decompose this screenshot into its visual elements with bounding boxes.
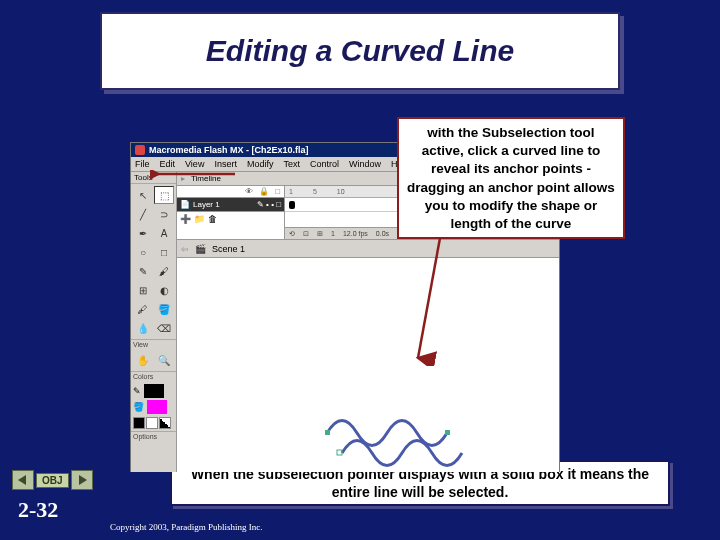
delete-layer-icon[interactable]: 🗑: [208, 214, 218, 224]
menu-text[interactable]: Text: [283, 159, 300, 169]
next-button[interactable]: [71, 470, 93, 490]
callout-arrow-curve: [410, 236, 450, 366]
curved-line-1[interactable]: [327, 421, 447, 446]
brush-tool[interactable]: 🖌: [154, 262, 174, 280]
colors-section-label: Colors: [131, 371, 176, 381]
menu-window[interactable]: Window: [349, 159, 381, 169]
fill-color[interactable]: [147, 400, 167, 414]
callout-top-text: with the Subselection tool active, click…: [407, 125, 615, 231]
scene-label: Scene 1: [212, 244, 245, 254]
layer-icon: 📄: [180, 200, 190, 209]
scene-bar: ⇦ 🎬 Scene 1: [177, 240, 559, 258]
callout-top: with the Subselection tool active, click…: [397, 117, 625, 239]
keyframe[interactable]: [289, 201, 295, 209]
slide-title-box: Editing a Curved Line: [100, 12, 620, 90]
curved-line-2[interactable]: [342, 441, 462, 466]
menu-view[interactable]: View: [185, 159, 204, 169]
menu-modify[interactable]: Modify: [247, 159, 274, 169]
stroke-color[interactable]: [144, 384, 164, 398]
anchor-point[interactable]: [445, 430, 450, 435]
eye-icon[interactable]: 👁: [245, 187, 253, 196]
view-section-label: View: [131, 339, 176, 349]
oval-tool[interactable]: ○: [133, 243, 153, 261]
prev-button[interactable]: [12, 470, 34, 490]
add-guide-icon[interactable]: 📁: [194, 214, 204, 224]
eyedropper-tool[interactable]: 💧: [133, 319, 153, 337]
stage-canvas[interactable]: [177, 258, 559, 472]
menu-edit[interactable]: Edit: [160, 159, 176, 169]
lock-icon[interactable]: 🔒: [259, 187, 269, 196]
slide-title: Editing a Curved Line: [206, 34, 514, 68]
back-arrow-icon[interactable]: ⇦: [181, 244, 189, 254]
paint-bucket-tool[interactable]: 🪣: [154, 300, 174, 318]
layer-name: Layer 1: [193, 200, 220, 209]
callout-arrow-tool: [150, 170, 240, 200]
svg-line-1: [418, 238, 440, 358]
default-colors[interactable]: [133, 417, 145, 429]
transform-tool[interactable]: ⊞: [133, 281, 153, 299]
ink-bottle-tool[interactable]: 🖋: [133, 300, 153, 318]
add-layer-icon[interactable]: ➕: [180, 214, 190, 224]
eraser-tool[interactable]: ⌫: [154, 319, 174, 337]
menu-file[interactable]: File: [135, 159, 150, 169]
nav-controls: OBJ: [12, 470, 93, 490]
rectangle-tool[interactable]: □: [154, 243, 174, 261]
swap-colors[interactable]: [159, 417, 171, 429]
zoom-tool[interactable]: 🔍: [154, 351, 174, 369]
fill-transform-tool[interactable]: ◐: [154, 281, 174, 299]
scene-icon: 🎬: [195, 244, 206, 254]
menu-insert[interactable]: Insert: [214, 159, 237, 169]
obj-button[interactable]: OBJ: [36, 473, 69, 488]
pen-tool[interactable]: ✒: [133, 224, 153, 242]
copyright-text: Copyright 2003, Paradigm Publishing Inc.: [110, 522, 263, 532]
slide-number: 2-32: [18, 497, 58, 523]
text-tool[interactable]: A: [154, 224, 174, 242]
pencil-tool[interactable]: ✎: [133, 262, 153, 280]
app-title-text: Macromedia Flash MX - [Ch2Ex10.fla]: [149, 145, 309, 155]
anchor-point[interactable]: [325, 430, 330, 435]
lasso-tool[interactable]: ⊃: [154, 205, 174, 223]
app-icon: [135, 145, 145, 155]
outline-icon[interactable]: □: [275, 187, 280, 196]
line-tool[interactable]: ╱: [133, 205, 153, 223]
menu-control[interactable]: Control: [310, 159, 339, 169]
tools-panel: Tools ↖ ⬚ ╱ ⊃ ✒ A ○ □ ✎ 🖌 ⊞ ◐ 🖋 🪣 💧 ⌫ Vi…: [131, 172, 177, 472]
no-color[interactable]: [146, 417, 158, 429]
options-section-label: Options: [131, 431, 176, 441]
hand-tool[interactable]: ✋: [133, 351, 153, 369]
